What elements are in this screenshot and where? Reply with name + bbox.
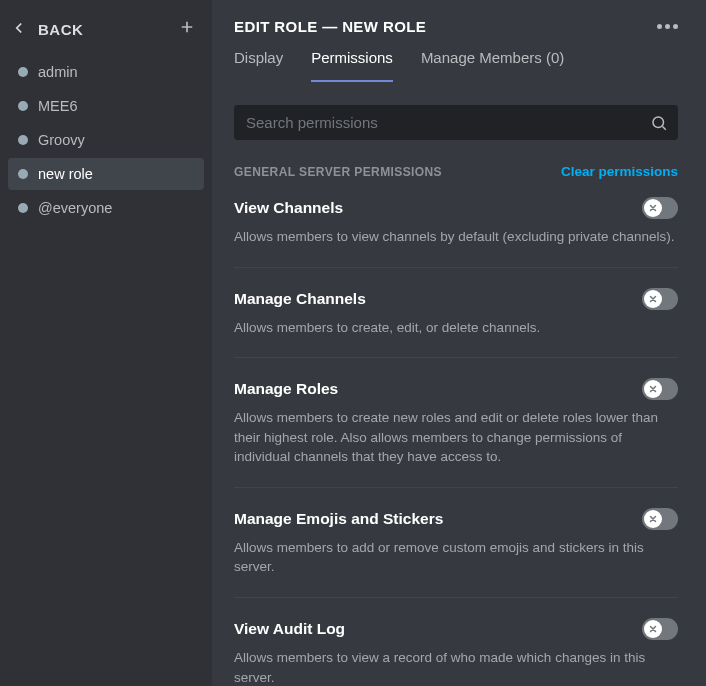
permission-row: Manage ChannelsAllows members to create,… [234,288,678,359]
page-title: EDIT ROLE — NEW ROLE [234,18,426,35]
sidebar: BACK adminMEE6Groovynew role@everyone [0,0,212,686]
sidebar-header: BACK [0,16,212,56]
permission-head: Manage Emojis and Stickers [234,508,678,530]
role-color-dot [18,203,28,213]
role-name: admin [38,64,78,80]
search-input[interactable] [234,105,678,140]
sidebar-role-item[interactable]: admin [8,56,204,88]
role-color-dot [18,135,28,145]
role-name: MEE6 [38,98,78,114]
section-label: GENERAL SERVER PERMISSIONS [234,165,442,179]
ellipsis-icon [657,24,662,29]
tab-display[interactable]: Display [234,49,283,82]
x-icon [644,199,662,217]
arrow-left-icon [10,19,28,40]
permission-description: Allows members to create, edit, or delet… [234,318,678,338]
tab-manage-members[interactable]: Manage Members (0) [421,49,564,82]
x-icon [644,510,662,528]
add-role-button[interactable] [178,18,196,40]
main: EDIT ROLE — NEW ROLE DisplayPermissionsM… [212,0,706,686]
x-icon [644,290,662,308]
back-label: BACK [38,21,83,38]
main-header: EDIT ROLE — NEW ROLE [234,18,678,35]
permission-toggle[interactable] [642,288,678,310]
x-icon [644,380,662,398]
x-icon [644,620,662,638]
plus-icon [178,18,196,40]
search-icon [650,114,668,132]
permission-row: Manage RolesAllows members to create new… [234,378,678,488]
search-box [234,105,678,140]
sidebar-role-item[interactable]: @everyone [8,192,204,224]
permission-row: View ChannelsAllows members to view chan… [234,197,678,268]
role-name: Groovy [38,132,85,148]
role-name: new role [38,166,93,182]
permission-description: Allows members to add or remove custom e… [234,538,678,577]
permission-toggle[interactable] [642,618,678,640]
permission-name: View Audit Log [234,620,345,638]
svg-point-0 [653,117,664,128]
sidebar-role-item[interactable]: Groovy [8,124,204,156]
permission-head: Manage Channels [234,288,678,310]
permission-name: Manage Emojis and Stickers [234,510,443,528]
permission-name: Manage Channels [234,290,366,308]
permission-row: View Audit LogAllows members to view a r… [234,618,678,686]
permission-toggle[interactable] [642,508,678,530]
permission-name: Manage Roles [234,380,338,398]
role-name: @everyone [38,200,112,216]
role-color-dot [18,101,28,111]
permission-head: View Channels [234,197,678,219]
permission-description: Allows members to view channels by defau… [234,227,678,247]
permission-row: Manage Emojis and StickersAllows members… [234,508,678,598]
back-button[interactable]: BACK [10,19,83,40]
permission-head: View Audit Log [234,618,678,640]
sidebar-role-item[interactable]: MEE6 [8,90,204,122]
permission-toggle[interactable] [642,378,678,400]
permission-list: View ChannelsAllows members to view chan… [234,197,678,686]
permission-description: Allows members to view a record of who m… [234,648,678,686]
role-color-dot [18,67,28,77]
permission-name: View Channels [234,199,343,217]
section-header: GENERAL SERVER PERMISSIONS Clear permiss… [234,164,678,179]
sidebar-role-item[interactable]: new role [8,158,204,190]
tab-permissions[interactable]: Permissions [311,49,393,82]
more-options-button[interactable] [657,24,678,29]
permission-description: Allows members to create new roles and e… [234,408,678,467]
role-list: adminMEE6Groovynew role@everyone [0,56,212,224]
role-color-dot [18,169,28,179]
tabs: DisplayPermissionsManage Members (0) [234,49,678,83]
permission-head: Manage Roles [234,378,678,400]
clear-permissions-link[interactable]: Clear permissions [561,164,678,179]
permission-toggle[interactable] [642,197,678,219]
